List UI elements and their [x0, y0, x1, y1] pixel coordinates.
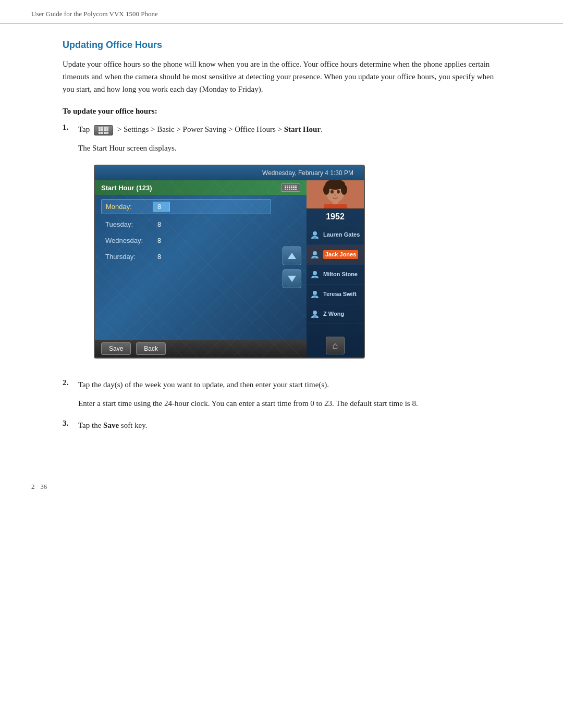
- home-button[interactable]: [326, 337, 345, 354]
- contact-teresa-swift[interactable]: Teresa Swift: [307, 285, 364, 304]
- step-2-number: 2.: [63, 378, 78, 387]
- svg-point-6: [334, 194, 336, 195]
- header-text: User Guide for the Polycom VVX 1500 Phon…: [31, 10, 158, 18]
- thursday-row[interactable]: Thursday: 8: [101, 251, 271, 263]
- step-1-content: Tap > Settings > Basic > Power Saving > …: [78, 123, 500, 369]
- page-number: 2 - 36: [31, 483, 47, 490]
- contact-icon-jack: [310, 250, 320, 260]
- step-3-content: Tap the Save soft key.: [78, 419, 500, 431]
- softkey-bar: Save Back: [95, 340, 307, 357]
- milton-stone-name: Milton Stone: [323, 271, 358, 278]
- step-2-content: Tap the day(s) of the week you want to u…: [78, 378, 500, 410]
- avatar-svg: [321, 180, 350, 209]
- save-bold: Save: [103, 421, 119, 429]
- step-3: 3. Tap the Save soft key.: [63, 419, 500, 431]
- user-avatar: [307, 180, 364, 209]
- contact-lauren-gates[interactable]: Lauren Gates: [307, 225, 364, 245]
- save-softkey[interactable]: Save: [101, 342, 131, 355]
- step-3-text: Tap the Save soft key.: [78, 419, 500, 431]
- step-2: 2. Tap the day(s) of the week you want t…: [63, 378, 500, 410]
- step-1-note: The Start Hour screen displays.: [78, 142, 500, 154]
- datetime-display: Wednesday, February 4 1:30 PM: [262, 169, 353, 177]
- svg-rect-8: [324, 204, 347, 209]
- subheading: To update your office hours:: [63, 107, 500, 116]
- svg-point-10: [313, 251, 317, 255]
- keyboard-icon-button[interactable]: [281, 183, 300, 192]
- step-2-note: Enter a start time using the 24-hour clo…: [78, 397, 500, 410]
- day-section: Monday: 8 Tuesday: 8: [95, 195, 307, 340]
- arrow-column: [277, 195, 307, 340]
- page-footer: 2 - 36: [0, 472, 563, 501]
- section-title: Updating Office Hours: [63, 40, 500, 51]
- lauren-gates-name: Lauren Gates: [323, 231, 360, 238]
- intro-text: Update your office hours so the phone wi…: [63, 58, 500, 95]
- svg-point-13: [313, 311, 317, 315]
- wednesday-row[interactable]: Wednesday: 8: [101, 235, 271, 246]
- screen-sidebar: 1952: [307, 180, 364, 357]
- svg-point-11: [313, 271, 317, 275]
- scroll-up-button[interactable]: [283, 246, 301, 265]
- menu-button-icon: [94, 125, 113, 135]
- steps-list: 1. Tap > Settings > Basic > Power Saving…: [63, 123, 500, 431]
- sidebar-bottom: [307, 324, 364, 357]
- svg-point-12: [313, 291, 317, 295]
- step-2-text: Tap the day(s) of the week you want to u…: [78, 378, 500, 391]
- step-1-number: 1.: [63, 123, 78, 132]
- thursday-value: 8: [157, 253, 161, 261]
- wednesday-label: Wednesday:: [105, 237, 152, 244]
- contact-icon-teresa: [310, 289, 320, 300]
- grid-icon: [99, 127, 108, 134]
- tuesday-label: Tuesday:: [105, 220, 152, 228]
- screen-main: Start Hour (123): [95, 180, 307, 357]
- home-icon: [333, 340, 338, 351]
- jack-jones-name: Jack Jones: [323, 250, 358, 259]
- contact-milton-stone[interactable]: Milton Stone: [307, 265, 364, 285]
- contact-icon-lauren: [310, 230, 320, 240]
- thursday-label: Thursday:: [105, 253, 152, 261]
- contact-jack-jones[interactable]: Jack Jones: [307, 245, 364, 265]
- page-header: User Guide for the Polycom VVX 1500 Phon…: [0, 0, 563, 24]
- step-3-number: 3.: [63, 419, 78, 428]
- z-wong-name: Z Wong: [323, 311, 344, 317]
- tuesday-value: 8: [157, 220, 161, 228]
- current-number-value: 1952: [326, 212, 345, 221]
- current-number-display: 1952: [307, 209, 364, 225]
- tuesday-row[interactable]: Tuesday: 8: [101, 218, 271, 230]
- contact-icon-zwong: [310, 309, 320, 319]
- monday-row[interactable]: Monday: 8: [101, 199, 271, 214]
- svg-point-9: [313, 231, 317, 236]
- monday-value: 8: [153, 202, 170, 212]
- svg-point-4: [331, 190, 334, 193]
- wednesday-value: 8: [157, 237, 161, 244]
- scroll-down-button[interactable]: [283, 269, 301, 288]
- start-hour-label: Start Hour (123): [101, 184, 281, 192]
- step-1-text: Tap > Settings > Basic > Power Saving > …: [78, 123, 500, 135]
- screen-topbar: Wednesday, February 4 1:30 PM: [95, 166, 364, 180]
- contact-z-wong[interactable]: Z Wong: [307, 304, 364, 324]
- monday-label: Monday:: [106, 203, 153, 211]
- contact-icon-milton: [310, 269, 320, 280]
- day-rows: Monday: 8 Tuesday: 8: [95, 195, 277, 340]
- phone-screen: Wednesday, February 4 1:30 PM Start Hour…: [94, 165, 365, 359]
- step-1: 1. Tap > Settings > Basic > Power Saving…: [63, 123, 500, 369]
- screen-body: Start Hour (123): [95, 180, 364, 357]
- svg-point-5: [337, 190, 340, 193]
- teresa-swift-name: Teresa Swift: [323, 291, 357, 298]
- svg-point-3: [341, 184, 347, 195]
- main-content: Updating Office Hours Update your office…: [0, 24, 563, 472]
- start-hour-row: Start Hour (123): [95, 180, 307, 195]
- back-softkey[interactable]: Back: [136, 342, 166, 355]
- svg-point-2: [323, 184, 329, 195]
